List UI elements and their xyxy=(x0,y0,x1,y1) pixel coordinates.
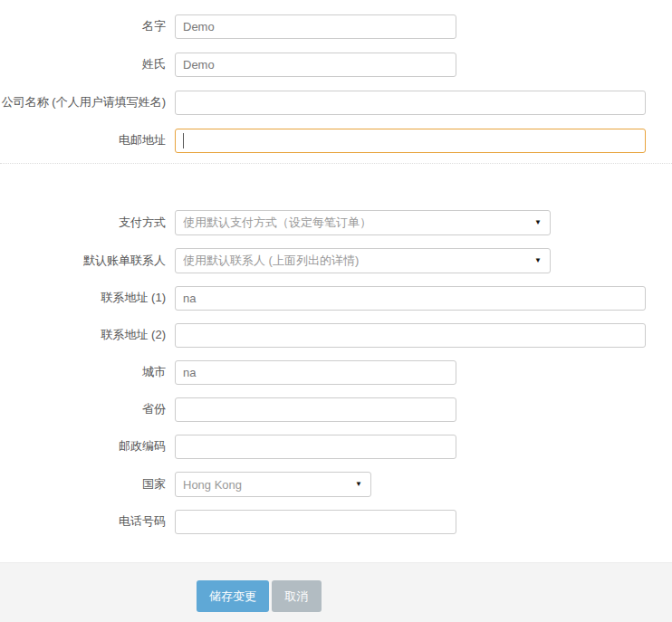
form-row-last-name: 姓氏 xyxy=(0,53,672,77)
form-row-phone: 电话号码 xyxy=(0,510,672,534)
billing-contact-selected-value: 使用默认联系人 (上面列出的详情) xyxy=(183,253,359,269)
form-row-state: 省份 xyxy=(0,397,672,422)
payment-method-select[interactable]: 使用默认支付方式（设定每笔订单） ▼ xyxy=(175,210,551,235)
email-label: 电邮地址 xyxy=(0,133,175,148)
dropdown-arrow-icon: ▼ xyxy=(534,219,542,226)
form-row-email: 电邮地址 xyxy=(0,129,672,153)
form-row-payment-method: 支付方式 使用默认支付方式（设定每笔订单） ▼ xyxy=(0,210,672,235)
address1-label: 联系地址 (1) xyxy=(0,291,175,306)
payment-method-label: 支付方式 xyxy=(0,215,175,231)
company-input[interactable] xyxy=(175,91,646,115)
last-name-label: 姓氏 xyxy=(0,57,175,72)
address1-input[interactable] xyxy=(175,286,646,311)
form-row-billing-contact: 默认账单联系人 使用默认联系人 (上面列出的详情) ▼ xyxy=(0,248,672,273)
address2-input[interactable] xyxy=(175,323,646,348)
phone-input[interactable] xyxy=(175,510,456,534)
first-name-label: 名字 xyxy=(0,19,175,34)
form-row-first-name: 名字 xyxy=(0,14,672,39)
cancel-button[interactable]: 取消 xyxy=(272,580,322,612)
text-cursor xyxy=(183,133,184,148)
save-changes-button[interactable]: 储存变更 xyxy=(197,580,269,612)
personal-details-section: 名字 姓氏 公司名称 (个人用户请填写姓名) 电邮地址 xyxy=(0,14,672,153)
phone-label: 电话号码 xyxy=(0,514,175,530)
billing-contact-select[interactable]: 使用默认联系人 (上面列出的详情) ▼ xyxy=(175,248,551,273)
postcode-input[interactable] xyxy=(175,435,456,459)
company-label: 公司名称 (个人用户请填写姓名) xyxy=(0,95,175,110)
last-name-input[interactable] xyxy=(175,53,456,77)
country-selected-value: Hong Kong xyxy=(183,478,242,492)
form-row-company: 公司名称 (个人用户请填写姓名) xyxy=(0,91,672,115)
section-divider xyxy=(0,163,672,164)
dropdown-arrow-icon: ▼ xyxy=(534,257,542,264)
payment-method-selected-value: 使用默认支付方式（设定每笔订单） xyxy=(183,215,371,231)
form-content: 名字 姓氏 公司名称 (个人用户请填写姓名) 电邮地址 xyxy=(0,0,672,562)
postcode-label: 邮政编码 xyxy=(0,439,175,455)
email-input[interactable] xyxy=(175,129,646,153)
form-row-address1: 联系地址 (1) xyxy=(0,286,672,311)
form-row-address2: 联系地址 (2) xyxy=(0,323,672,348)
country-select[interactable]: Hong Kong ▼ xyxy=(175,472,371,497)
address2-label: 联系地址 (2) xyxy=(0,328,175,343)
billing-contact-label: 默认账单联系人 xyxy=(0,254,175,269)
form-row-postcode: 邮政编码 xyxy=(0,435,672,459)
form-row-country: 国家 Hong Kong ▼ xyxy=(0,472,672,497)
billing-details-form-page: 名字 姓氏 公司名称 (个人用户请填写姓名) 电邮地址 xyxy=(0,0,672,622)
city-input[interactable] xyxy=(175,360,456,385)
country-label: 国家 xyxy=(0,477,175,493)
first-name-input[interactable] xyxy=(175,14,456,39)
state-label: 省份 xyxy=(0,402,175,417)
billing-address-section: 支付方式 使用默认支付方式（设定每笔订单） ▼ 默认账单联系人 使用默认联系人 … xyxy=(0,210,672,534)
dropdown-arrow-icon: ▼ xyxy=(355,481,362,488)
form-footer: 储存变更 取消 xyxy=(0,562,672,622)
state-input[interactable] xyxy=(175,397,456,422)
form-row-city: 城市 xyxy=(0,360,672,385)
city-label: 城市 xyxy=(0,365,175,380)
